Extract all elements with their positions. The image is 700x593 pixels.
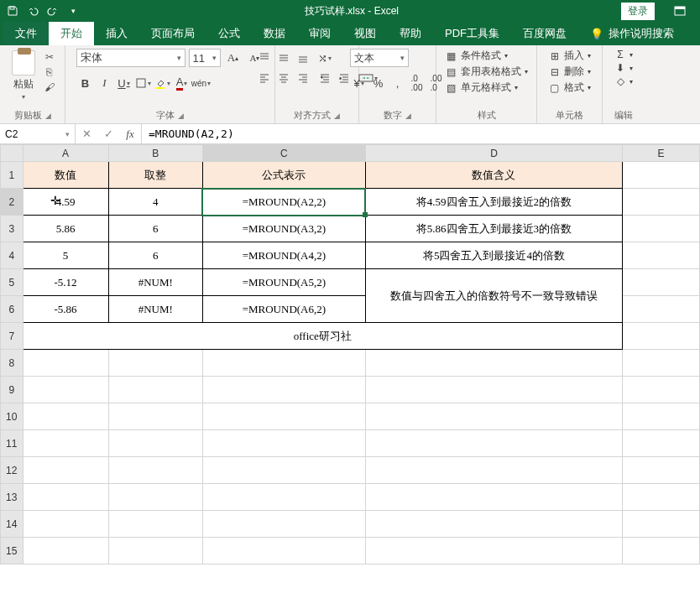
- cell-A8[interactable]: [23, 350, 108, 377]
- cell-D2[interactable]: 将4.59四舍五入到最接近2的倍数: [365, 189, 622, 216]
- cell-D11[interactable]: [365, 430, 622, 457]
- tab-view[interactable]: 视图: [342, 22, 388, 45]
- clear-button[interactable]: ◇▾: [614, 75, 633, 87]
- cell-C9[interactable]: [202, 377, 365, 403]
- cell-E6[interactable]: [623, 296, 700, 323]
- cell-C6[interactable]: =MROUND(A6,2): [202, 296, 365, 323]
- cell-B6[interactable]: #NUM!: [108, 296, 202, 323]
- fill-color-button[interactable]: ▾: [154, 74, 172, 92]
- cell-B9[interactable]: [108, 377, 202, 403]
- cut-icon[interactable]: ✂: [42, 50, 57, 64]
- row-header-7[interactable]: 7: [1, 323, 24, 350]
- redo-icon[interactable]: [44, 2, 62, 20]
- cell-E1[interactable]: [623, 162, 700, 189]
- tab-home[interactable]: 开始: [49, 22, 94, 45]
- cell-D15[interactable]: [365, 538, 622, 564]
- font-size-select[interactable]: 11▾: [189, 49, 221, 67]
- cell-D3[interactable]: 将5.86四舍五入到最接近3的倍数: [365, 216, 622, 242]
- cell-B13[interactable]: [108, 484, 202, 511]
- cell-C13[interactable]: [202, 484, 365, 511]
- row-header-6[interactable]: 6: [1, 296, 24, 323]
- paste-dropdown-icon[interactable]: ▾: [22, 93, 25, 101]
- save-icon[interactable]: [3, 2, 22, 20]
- tab-review[interactable]: 审阅: [297, 22, 342, 45]
- cell-B12[interactable]: [108, 457, 202, 484]
- font-color-button[interactable]: A▾: [173, 74, 191, 92]
- cell-D12[interactable]: [365, 457, 622, 484]
- table-format-button[interactable]: ▤套用表格格式▾: [446, 65, 528, 79]
- increase-decimal-icon[interactable]: .0.00: [408, 74, 426, 92]
- col-header-C[interactable]: C: [202, 145, 365, 162]
- cell-styles-button[interactable]: ▧单元格样式▾: [446, 81, 518, 95]
- format-painter-icon[interactable]: 🖌: [42, 81, 57, 94]
- conditional-format-button[interactable]: ▦条件格式▾: [446, 49, 508, 63]
- font-name-select[interactable]: 宋体▾: [76, 49, 185, 67]
- row-header-10[interactable]: 10: [1, 403, 24, 430]
- format-cells-button[interactable]: ▢格式▾: [549, 81, 591, 95]
- cell-C10[interactable]: [202, 403, 365, 430]
- tab-insert[interactable]: 插入: [94, 22, 139, 45]
- cell-B5[interactable]: #NUM!: [108, 269, 202, 296]
- cell-B8[interactable]: [108, 350, 202, 377]
- cell-A10[interactable]: [23, 403, 108, 430]
- col-header-B[interactable]: B: [108, 145, 202, 162]
- cell-E8[interactable]: [623, 350, 700, 377]
- cell-row7-merged[interactable]: office研习社: [23, 323, 623, 350]
- cell-E14[interactable]: [623, 511, 700, 538]
- cell-C12[interactable]: [202, 457, 365, 484]
- col-header-E[interactable]: E: [623, 145, 700, 162]
- autosum-button[interactable]: Σ▾: [614, 49, 633, 60]
- row-header-3[interactable]: 3: [1, 216, 24, 242]
- name-box[interactable]: C2▾: [0, 124, 76, 143]
- align-left-icon[interactable]: [255, 69, 274, 87]
- cell-A11[interactable]: [23, 430, 108, 457]
- cell-A6[interactable]: -5.86: [23, 296, 108, 323]
- cell-C11[interactable]: [202, 430, 365, 457]
- cell-B4[interactable]: 6: [108, 242, 202, 269]
- cell-A15[interactable]: [23, 538, 108, 564]
- col-header-A[interactable]: A: [23, 145, 108, 162]
- cell-E11[interactable]: [623, 430, 700, 457]
- paste-button[interactable]: 粘贴 ▾: [8, 49, 39, 102]
- accounting-format-icon[interactable]: ¥▾: [350, 74, 368, 92]
- row-header-14[interactable]: 14: [1, 511, 24, 538]
- orientation-icon[interactable]: ⤭▾: [316, 49, 334, 67]
- cell-B10[interactable]: [108, 403, 202, 430]
- cell-E12[interactable]: [623, 457, 700, 484]
- cell-D13[interactable]: [365, 484, 622, 511]
- cell-E9[interactable]: [623, 377, 700, 403]
- cell-D1[interactable]: 数值含义: [365, 162, 622, 189]
- row-header-15[interactable]: 15: [1, 538, 24, 564]
- tab-baidu-drive[interactable]: 百度网盘: [511, 22, 578, 45]
- align-right-icon[interactable]: [294, 69, 312, 87]
- font-launcher-icon[interactable]: ◢: [178, 112, 184, 120]
- align-middle-icon[interactable]: [274, 49, 293, 67]
- fill-button[interactable]: ⬇▾: [614, 62, 633, 74]
- cell-C14[interactable]: [202, 511, 365, 538]
- cell-C3[interactable]: =MROUND(A3,2): [202, 216, 365, 242]
- row-header-13[interactable]: 13: [1, 484, 24, 511]
- cell-C8[interactable]: [202, 350, 365, 377]
- cell-A3[interactable]: 5.86: [23, 216, 108, 242]
- cell-E5[interactable]: [623, 269, 700, 296]
- cell-A5[interactable]: -5.12: [23, 269, 108, 296]
- align-top-icon[interactable]: [255, 49, 274, 67]
- formula-bar-input[interactable]: =MROUND(A2,2): [142, 124, 700, 143]
- row-header-5[interactable]: 5: [1, 269, 24, 296]
- ribbon-options-icon[interactable]: [663, 2, 697, 20]
- worksheet-grid[interactable]: ABCDE1数值取整公式表示数值含义24.594=MROUND(A2,2)将4.…: [0, 144, 700, 593]
- cell-C15[interactable]: [202, 538, 365, 564]
- cell-D5-6[interactable]: 数值与四舍五入的倍数符号不一致导致错误: [365, 269, 622, 323]
- tab-data[interactable]: 数据: [252, 22, 297, 45]
- cell-E7[interactable]: [623, 323, 700, 350]
- tab-formulas[interactable]: 公式: [206, 22, 252, 45]
- enter-formula-icon[interactable]: ✓: [97, 127, 119, 140]
- cell-A2[interactable]: 4.59: [23, 189, 108, 216]
- row-header-1[interactable]: 1: [1, 162, 24, 189]
- copy-icon[interactable]: ⎘: [42, 65, 57, 79]
- phonetic-button[interactable]: wén▾: [192, 74, 211, 92]
- cell-E4[interactable]: [623, 242, 700, 269]
- insert-function-icon[interactable]: fx: [119, 127, 141, 141]
- cell-C4[interactable]: =MROUND(A4,2): [202, 242, 365, 269]
- row-header-11[interactable]: 11: [1, 430, 24, 457]
